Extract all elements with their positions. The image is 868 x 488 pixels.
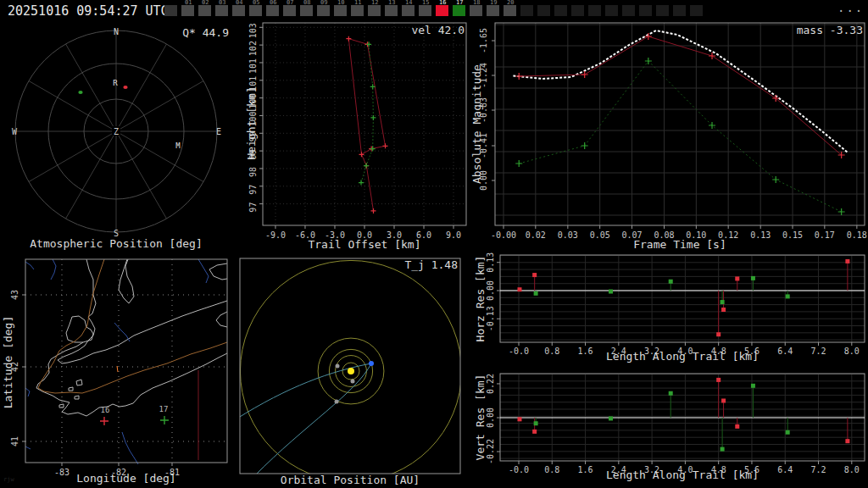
event-slot[interactable]	[536, 0, 553, 20]
station-16-residual	[735, 276, 739, 280]
earth-dot	[369, 361, 374, 366]
event-slot-17[interactable]: 17	[451, 0, 468, 20]
event-slot-number: 20	[507, 0, 514, 6]
event-slot[interactable]	[688, 0, 705, 20]
mercury-dot	[351, 380, 355, 384]
event-slot-14[interactable]: 14	[400, 0, 417, 20]
svg-text:97: 97	[248, 185, 258, 195]
event-slot-box[interactable]	[283, 5, 296, 16]
event-slot-box[interactable]	[588, 5, 601, 16]
event-slot-02[interactable]: 02	[197, 0, 214, 20]
event-slot-number: 17	[456, 0, 463, 6]
station-16-residual	[517, 417, 521, 421]
svg-text:0.00: 0.00	[486, 280, 495, 301]
overflow-menu-button[interactable]: ...	[837, 1, 864, 14]
event-slot-box[interactable]	[504, 5, 516, 16]
event-slot[interactable]	[604, 0, 620, 20]
event-slot-16[interactable]: 16	[434, 0, 451, 20]
event-slot-box[interactable]	[300, 5, 313, 16]
event-slot-box[interactable]	[690, 5, 703, 16]
map-y-axis-label: Latitude [deg]	[2, 303, 14, 422]
event-slot-box[interactable]	[368, 5, 381, 16]
event-slot-box[interactable]	[351, 5, 364, 16]
panel-horz-res: -0.00.81.62.43.24.04.85.66.47.28.00.130.…	[470, 251, 868, 369]
event-slot-06[interactable]: 06	[264, 0, 281, 20]
gray-map-feature	[66, 316, 93, 342]
event-slot-box[interactable]	[419, 5, 431, 16]
event-slot-box[interactable]	[622, 5, 635, 16]
event-slot-box[interactable]	[453, 5, 465, 16]
event-slot-box[interactable]	[436, 5, 448, 16]
data-marker	[160, 416, 169, 424]
svg-text:0.15: 0.15	[782, 230, 803, 240]
event-slot-box[interactable]	[266, 5, 279, 16]
data-marker	[383, 143, 388, 148]
station-16-residual	[532, 430, 537, 434]
event-slot-box[interactable]	[487, 5, 499, 16]
event-slot-box[interactable]	[470, 5, 482, 16]
event-slot-11[interactable]: 11	[349, 0, 366, 20]
event-slot-box[interactable]	[164, 5, 177, 16]
event-slot[interactable]	[637, 0, 654, 20]
station-17-residual	[609, 290, 613, 294]
event-slot[interactable]	[587, 0, 604, 20]
event-slot-03[interactable]: 03	[214, 0, 231, 20]
event-slot-box[interactable]	[537, 5, 550, 16]
event-slot-box[interactable]	[215, 5, 228, 16]
event-slot-box[interactable]	[402, 5, 415, 16]
event-slot-09[interactable]: 09	[315, 0, 332, 20]
event-slot-box[interactable]	[334, 5, 347, 16]
svg-text:7.2: 7.2	[810, 347, 826, 356]
event-slot-13[interactable]: 13	[383, 0, 400, 20]
gray-map-feature	[86, 259, 96, 317]
station-16-residual	[735, 424, 739, 429]
event-slot[interactable]	[671, 0, 688, 20]
event-slot[interactable]	[570, 0, 587, 20]
station-17-residual	[534, 421, 538, 425]
event-slot-19[interactable]: 19	[485, 0, 502, 20]
event-slot-12[interactable]: 12	[366, 0, 383, 20]
event-slot[interactable]	[654, 0, 671, 20]
event-slot-box[interactable]	[605, 5, 618, 16]
event-slot[interactable]	[620, 0, 637, 20]
event-slot-20[interactable]: 20	[502, 0, 519, 20]
event-slot-box[interactable]	[198, 5, 211, 16]
event-slot-box[interactable]	[181, 5, 194, 16]
event-slot-box[interactable]	[520, 5, 533, 16]
event-slot-box[interactable]	[317, 5, 330, 16]
svg-text:0.22: 0.22	[486, 374, 495, 394]
event-slot-10[interactable]: 10	[332, 0, 349, 20]
event-slot-box[interactable]	[249, 5, 262, 16]
event-slot-15[interactable]: 15	[417, 0, 434, 20]
atmospheric-polar-plot: NSEWZRM	[0, 20, 246, 251]
event-slot[interactable]	[553, 0, 570, 20]
event-slot-box[interactable]	[385, 5, 398, 16]
svg-text:Z: Z	[114, 127, 119, 136]
event-slot-box[interactable]	[554, 5, 567, 16]
blue-map-feature	[25, 262, 34, 269]
vert-res-y-axis-label: Vert Res [km]	[474, 367, 487, 469]
event-slot-08[interactable]: 08	[298, 0, 315, 20]
event-slot-07[interactable]: 07	[281, 0, 298, 20]
event-slot-box[interactable]	[656, 5, 669, 16]
top-bar: 20251016 09:54:27 UTC 010203040506070809…	[0, 0, 868, 20]
event-slot-04[interactable]: 04	[231, 0, 248, 20]
event-slot[interactable]	[519, 0, 536, 20]
event-slot-box[interactable]	[571, 5, 584, 16]
event-slot-number: 05	[253, 0, 259, 6]
event-slot-number: 13	[388, 0, 395, 6]
event-slot-box[interactable]	[673, 5, 686, 16]
station-17-residual	[721, 300, 725, 304]
event-slot-05[interactable]: 05	[248, 0, 264, 20]
panel-light-curve: -0.000.020.030.050.070.080.100.120.130.1…	[470, 20, 868, 251]
event-slot-strip: 0102030405060708091011121314151617181920	[0, 0, 868, 20]
event-slot-01[interactable]: 01	[180, 0, 197, 20]
magnitude-y-axis-label: Absolute Magnitude	[470, 61, 483, 188]
event-slot-18[interactable]: 18	[468, 0, 485, 20]
tisserand-readout: T_j 1.48	[373, 258, 458, 271]
light-curve-plot: -0.000.020.030.050.070.080.100.120.130.1…	[470, 20, 868, 251]
event-slot-box[interactable]	[639, 5, 652, 16]
data-marker	[515, 160, 522, 167]
event-slot[interactable]	[163, 0, 180, 20]
event-slot-box[interactable]	[232, 5, 245, 16]
